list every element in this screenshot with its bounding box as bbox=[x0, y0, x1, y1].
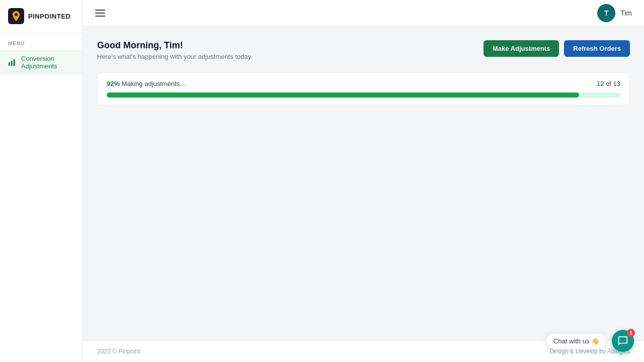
logo-text: PINPOINTED bbox=[28, 13, 70, 20]
greeting-subtitle: Here's what's happening with your adjust… bbox=[97, 53, 253, 60]
sidebar-logo: PINPOINTED bbox=[0, 0, 83, 33]
sidebar-item-label: Conversion Adjustments bbox=[21, 55, 74, 70]
progress-bar-fill bbox=[107, 93, 579, 98]
chat-label: Chat with us 👋 bbox=[546, 333, 607, 349]
page-content: Good Morning, Tim! Here's what's happeni… bbox=[83, 26, 644, 340]
topbar-right: T Tim bbox=[597, 4, 632, 22]
progress-card: 92% Making adjustments... 12 of 13 bbox=[97, 72, 630, 106]
sidebar: PINPOINTED MENU Conversion Adjustments bbox=[0, 0, 83, 362]
user-name: Tim bbox=[620, 9, 632, 17]
bar-chart-icon bbox=[8, 58, 16, 66]
user-avatar[interactable]: T bbox=[597, 4, 615, 22]
header-actions: Make Adjustments Refresh Orders bbox=[484, 40, 630, 57]
sidebar-item-conversion-adjustments[interactable]: Conversion Adjustments bbox=[0, 50, 83, 74]
footer-copyright: 2023 © Pinpoint. bbox=[97, 348, 142, 355]
refresh-orders-button[interactable]: Refresh Orders bbox=[564, 40, 630, 57]
progress-header: 92% Making adjustments... 12 of 13 bbox=[107, 80, 620, 87]
greeting-block: Good Morning, Tim! Here's what's happeni… bbox=[97, 40, 253, 60]
progress-count: 12 of 13 bbox=[597, 80, 620, 87]
main-area: T Tim Good Morning, Tim! Here's what's h… bbox=[83, 0, 644, 362]
content-header: Good Morning, Tim! Here's what's happeni… bbox=[97, 40, 630, 60]
chat-icon bbox=[617, 335, 628, 346]
chat-widget: Chat with us 👋 1 bbox=[546, 330, 634, 352]
svg-rect-4 bbox=[14, 59, 15, 66]
chat-notification-badge: 1 bbox=[627, 329, 635, 337]
svg-rect-3 bbox=[11, 61, 13, 66]
svg-point-1 bbox=[15, 13, 18, 16]
progress-label: 92% Making adjustments... bbox=[107, 80, 185, 87]
topbar: T Tim bbox=[83, 0, 644, 26]
make-adjustments-button[interactable]: Make Adjustments bbox=[484, 40, 559, 57]
progress-percent: 92% bbox=[107, 80, 120, 87]
progress-status-text: Making adjustments... bbox=[122, 80, 185, 87]
progress-bar-track bbox=[107, 93, 620, 98]
menu-section-label: MENU bbox=[0, 33, 83, 50]
svg-rect-2 bbox=[9, 62, 10, 66]
topbar-left bbox=[95, 10, 105, 17]
chat-open-button[interactable]: 1 bbox=[612, 330, 634, 352]
pinpointed-logo-icon bbox=[8, 8, 24, 24]
greeting-title: Good Morning, Tim! bbox=[97, 40, 253, 51]
hamburger-menu-button[interactable] bbox=[95, 10, 105, 17]
